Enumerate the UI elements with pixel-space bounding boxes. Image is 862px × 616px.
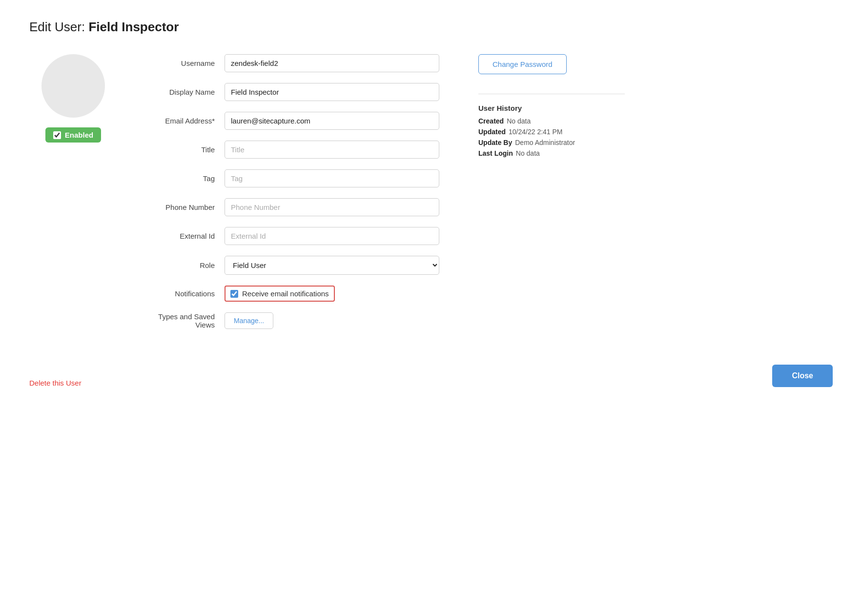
- title-label: Title: [146, 145, 225, 154]
- email-label: Email Address*: [146, 117, 225, 125]
- role-select[interactable]: Field User Administrator Standard User: [225, 256, 439, 275]
- username-row: Username: [146, 54, 439, 72]
- updated-key: Updated: [478, 128, 506, 136]
- notifications-checkbox[interactable]: [230, 290, 238, 298]
- external-id-input[interactable]: [225, 227, 439, 245]
- created-key: Created: [478, 117, 504, 125]
- user-history: User History Created No data Updated 10/…: [478, 104, 625, 157]
- right-panel: Change Password User History Created No …: [469, 54, 625, 160]
- user-history-title: User History: [478, 104, 625, 112]
- left-panel: Enabled: [29, 54, 117, 143]
- main-layout: Enabled Username Display Name Email Addr…: [29, 54, 833, 340]
- external-id-label: External Id: [146, 232, 225, 240]
- page-title-prefix: Edit User:: [29, 20, 88, 34]
- updated-row: Updated 10/24/22 2:41 PM: [478, 128, 625, 136]
- types-label: Types and Saved Views: [146, 312, 225, 329]
- types-row: Types and Saved Views Manage...: [146, 312, 439, 329]
- notification-checkbox-label: Receive email notifications: [242, 289, 329, 298]
- change-password-button[interactable]: Change Password: [478, 54, 567, 74]
- notifications-row: Notifications Receive email notification…: [146, 286, 439, 302]
- last-login-val: No data: [516, 149, 540, 157]
- form-panel: Username Display Name Email Address* Tit…: [146, 54, 439, 340]
- page-container: Edit User: Field Inspector Enabled Usern…: [0, 0, 862, 616]
- close-button[interactable]: Close: [772, 365, 833, 387]
- enabled-label: Enabled: [65, 131, 93, 139]
- tag-label: Tag: [146, 174, 225, 183]
- tag-input[interactable]: [225, 169, 439, 187]
- phone-input[interactable]: [225, 198, 439, 216]
- external-id-row: External Id: [146, 227, 439, 245]
- page-title-name: Field Inspector: [88, 20, 179, 34]
- created-row: Created No data: [478, 117, 625, 125]
- manage-button[interactable]: Manage...: [225, 312, 273, 329]
- update-by-row: Update By Demo Administrator: [478, 139, 625, 146]
- role-row: Role Field User Administrator Standard U…: [146, 256, 439, 275]
- phone-row: Phone Number: [146, 198, 439, 216]
- display-name-row: Display Name: [146, 83, 439, 101]
- role-label: Role: [146, 261, 225, 269]
- email-row: Email Address*: [146, 112, 439, 130]
- username-label: Username: [146, 59, 225, 67]
- last-login-row: Last Login No data: [478, 149, 625, 157]
- username-input[interactable]: [225, 54, 439, 72]
- update-by-val: Demo Administrator: [515, 139, 575, 146]
- notifications-label: Notifications: [146, 289, 225, 298]
- created-val: No data: [507, 117, 531, 125]
- title-input[interactable]: [225, 141, 439, 159]
- enabled-badge[interactable]: Enabled: [45, 127, 101, 143]
- tag-row: Tag: [146, 169, 439, 187]
- avatar: [41, 54, 105, 118]
- divider: [478, 94, 625, 94]
- footer: Delete this User Close: [29, 379, 833, 387]
- email-input[interactable]: [225, 112, 439, 130]
- display-name-label: Display Name: [146, 88, 225, 96]
- last-login-key: Last Login: [478, 149, 513, 157]
- page-title: Edit User: Field Inspector: [29, 20, 833, 35]
- updated-val: 10/24/22 2:41 PM: [509, 128, 563, 136]
- notification-checkbox-wrapper[interactable]: Receive email notifications: [225, 286, 335, 302]
- display-name-input[interactable]: [225, 83, 439, 101]
- delete-user-button[interactable]: Delete this User: [29, 379, 82, 387]
- title-row: Title: [146, 141, 439, 159]
- update-by-key: Update By: [478, 139, 512, 146]
- enabled-checkbox[interactable]: [53, 131, 61, 139]
- phone-label: Phone Number: [146, 203, 225, 211]
